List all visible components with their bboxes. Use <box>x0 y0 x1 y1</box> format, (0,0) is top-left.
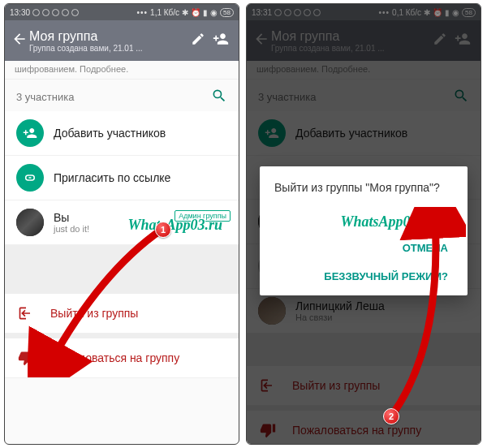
app-header: Моя группа Группа создана вами, 21.01 ..… <box>5 20 239 61</box>
report-group-row[interactable]: Пожаловаться на группу <box>5 338 239 378</box>
group-title: Моя группа <box>29 29 187 44</box>
leave-group-dialog: Выйти из группы "Моя группа"? ВЫЙТИ ОТМЕ… <box>260 166 468 295</box>
edit-button[interactable] <box>187 32 209 50</box>
status-bar: 13:30 ••• 1,1 Кб/с ✱ ⏰ ▮ ◉ 58 <box>5 4 239 20</box>
status-icon <box>32 9 40 16</box>
signal-icon: ▮ <box>203 8 208 17</box>
dialog-exit-button[interactable]: ВЫЙТИ <box>403 210 453 235</box>
dialog-mute-button[interactable]: БЕЗЗВУЧНЫЙ РЕЖИМ? <box>319 264 453 289</box>
status-icon <box>42 9 50 16</box>
link-icon <box>16 164 44 192</box>
invite-link-label: Пригласить по ссылке <box>54 171 227 184</box>
status-net: 1,1 Кб/с <box>150 8 179 17</box>
search-participants-button[interactable] <box>211 88 227 106</box>
participant-you-row[interactable]: Вы just do it! Админ группы <box>5 200 239 245</box>
admin-badge: Админ группы <box>175 210 231 222</box>
phone-frame-right: 13:31 ••• 0,1 Кб/с ✱ ⏰ ▮ ◉ 58 Моя группа… <box>246 3 481 445</box>
leave-group-row[interactable]: Выйти из группы <box>5 294 239 334</box>
bluetooth-icon: ✱ <box>182 8 188 17</box>
add-participant-icon <box>16 119 44 147</box>
callout-badge-2: 2 <box>383 408 399 424</box>
exit-icon <box>18 305 39 321</box>
report-group-label: Пожаловаться на группу <box>50 351 179 364</box>
add-participants-row[interactable]: Добавить участников <box>5 111 239 156</box>
dialog-cancel-button[interactable]: ОТМЕНА <box>398 235 453 261</box>
dialog-message: Выйти из группы "Моя группа"? <box>274 181 453 194</box>
participants-count: 3 участника <box>16 91 211 103</box>
invite-link-row[interactable]: Пригласить по ссылке <box>5 156 239 200</box>
thumb-down-icon <box>18 350 39 366</box>
phone-frame-left: 13:30 ••• 1,1 Кб/с ✱ ⏰ ▮ ◉ 58 Моя группа… <box>4 3 239 445</box>
avatar <box>16 209 44 236</box>
status-icon <box>71 9 79 16</box>
add-person-button[interactable] <box>209 31 232 50</box>
participant-status: just do it! <box>54 224 227 234</box>
encryption-note[interactable]: шифрованием. Подробнее. <box>5 61 239 80</box>
spacer <box>5 245 239 294</box>
add-participants-label: Добавить участников <box>54 127 227 140</box>
screen-body: шифрованием. Подробнее. 3 участника Доба… <box>5 61 239 378</box>
leave-group-label: Выйти из группы <box>50 307 138 320</box>
battery-indicator: 58 <box>220 8 234 17</box>
callout-badge-1: 1 <box>155 222 171 238</box>
group-subtitle: Группа создана вами, 21.01 ... <box>29 44 187 53</box>
wifi-icon: ◉ <box>210 8 218 17</box>
back-button[interactable] <box>11 31 29 50</box>
status-time: 13:30 <box>10 8 30 17</box>
alarm-icon: ⏰ <box>191 8 200 17</box>
status-icon <box>62 9 69 16</box>
participants-header: 3 участника <box>5 80 239 111</box>
status-icon <box>52 9 59 16</box>
status-dots: ••• <box>137 8 149 17</box>
